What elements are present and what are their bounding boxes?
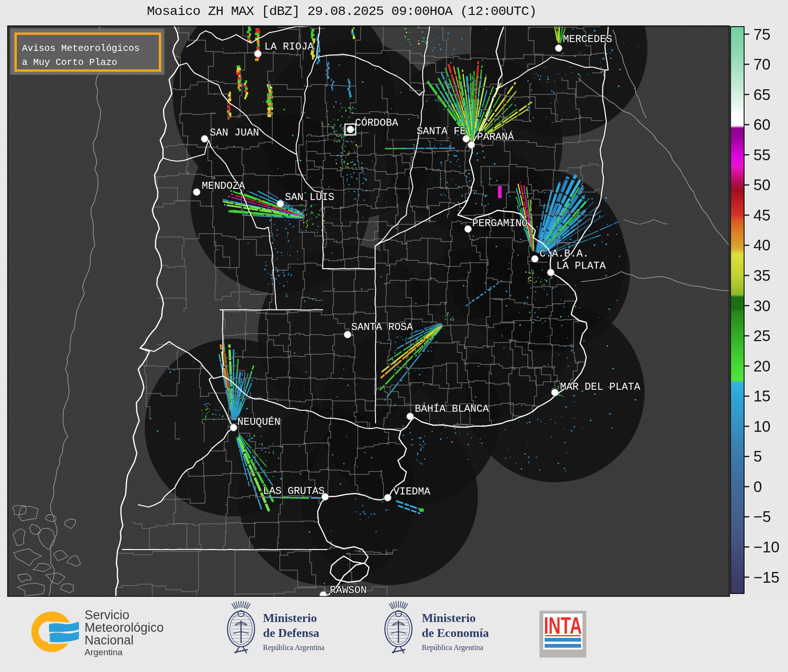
svg-text:55: 55 [753,146,771,164]
svg-text:Avisos Meteorológicos: Avisos Meteorológicos [22,43,140,54]
svg-text:de Economía: de Economía [422,626,489,640]
svg-text:C.A.B.A.: C.A.B.A. [540,248,589,260]
svg-text:RAWSON: RAWSON [330,585,367,596]
svg-text:25: 25 [753,327,771,344]
svg-text:República Argentina: República Argentina [263,643,325,652]
svg-text:45: 45 [753,207,771,224]
svg-text:LAS GRUTAS: LAS GRUTAS [263,486,325,497]
svg-text:40: 40 [753,236,771,254]
svg-text:SANTA ROSA: SANTA ROSA [351,322,413,333]
svg-text:PERGAMINO: PERGAMINO [472,218,528,229]
svg-text:MAR DEL PLATA: MAR DEL PLATA [560,381,640,393]
svg-text:Argentina: Argentina [85,647,123,657]
svg-text:15: 15 [753,387,771,405]
svg-text:30: 30 [753,297,771,315]
svg-text:SAN LUIS: SAN LUIS [285,192,334,203]
svg-text:65: 65 [753,86,771,103]
svg-text:−5: −5 [753,508,771,525]
svg-text:a Muy Corto Plazo: a Muy Corto Plazo [22,57,117,68]
svg-text:INTA: INTA [544,613,582,638]
svg-text:5: 5 [753,448,762,465]
svg-text:Nacional: Nacional [85,633,134,647]
svg-text:SANTA FE: SANTA FE [417,126,466,137]
svg-text:MERCEDES: MERCEDES [563,34,612,45]
svg-text:−10: −10 [753,538,780,556]
svg-text:LA RIOJA: LA RIOJA [264,41,314,53]
svg-text:10: 10 [753,418,771,435]
svg-text:0: 0 [753,478,762,495]
svg-text:75: 75 [753,26,771,43]
svg-text:50: 50 [753,176,771,193]
svg-text:LA PLATA: LA PLATA [556,260,606,272]
svg-text:Ministerio: Ministerio [263,611,317,625]
svg-text:Ministerio: Ministerio [422,611,476,625]
svg-text:de Defensa: de Defensa [263,626,319,640]
svg-text:Servicio: Servicio [85,608,129,622]
svg-text:−15: −15 [753,569,780,586]
svg-text:NEUQUÉN: NEUQUÉN [237,416,280,428]
svg-text:70: 70 [753,56,771,73]
svg-text:PARANÁ: PARANÁ [477,131,514,143]
svg-text:35: 35 [753,267,771,284]
svg-text:20: 20 [753,357,771,375]
svg-text:Meteorológico: Meteorológico [85,621,164,635]
svg-text:Mosaico ZH MAX [dBZ] 29.08.202: Mosaico ZH MAX [dBZ] 29.08.2025 09:00HOA… [147,4,537,19]
svg-text:SAN JUAN: SAN JUAN [210,127,259,139]
svg-text:BAHÍA BLANCA: BAHÍA BLANCA [415,403,489,415]
svg-text:República Argentina: República Argentina [422,643,483,652]
svg-text:CÓRDOBA: CÓRDOBA [355,117,398,129]
svg-text:60: 60 [753,116,771,133]
svg-text:VIEDMA: VIEDMA [393,486,431,498]
svg-text:MENDOZA: MENDOZA [202,180,245,192]
